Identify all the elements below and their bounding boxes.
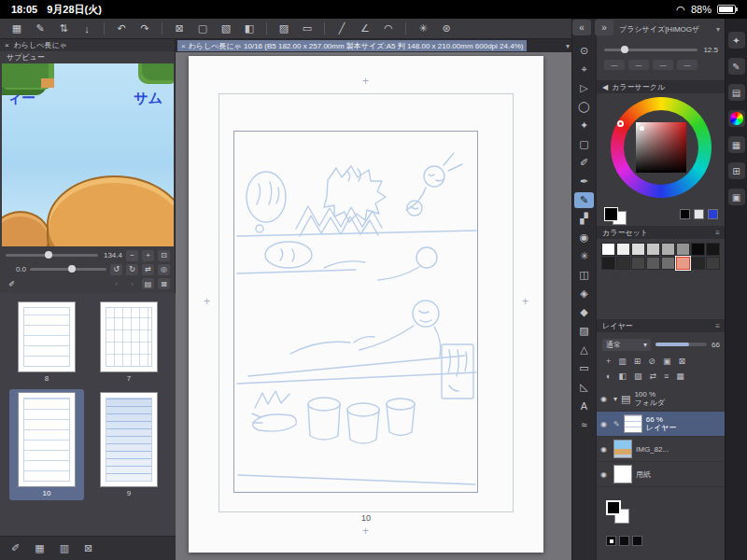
decoration-tool[interactable]: ✳: [574, 248, 594, 264]
brush-size-panel-icon[interactable]: ▤: [728, 84, 745, 101]
color-swatch[interactable]: [616, 243, 630, 256]
new-layer-icon[interactable]: +: [606, 357, 611, 366]
pencil-tool-selected[interactable]: ✎: [574, 192, 594, 208]
remove-image-icon[interactable]: ⊠: [158, 278, 170, 289]
correction-tool[interactable]: ≈: [574, 416, 594, 432]
tab-list-chevron-icon[interactable]: ▾: [566, 42, 570, 50]
main-color-chip[interactable]: [680, 209, 690, 219]
selection-pen-tool[interactable]: ▢: [574, 136, 594, 152]
app-grid-icon[interactable]: ▦: [6, 21, 28, 37]
ruler-icon[interactable]: ╱: [331, 21, 353, 37]
layers-header[interactable]: レイヤー ≡: [597, 319, 726, 332]
expand-folder-icon[interactable]: ▾: [613, 395, 617, 403]
brush-preset[interactable]: —: [653, 60, 673, 70]
wand-tool[interactable]: ✦: [574, 118, 594, 133]
page-item-7[interactable]: 7: [92, 299, 166, 385]
reset-view-icon[interactable]: ◎: [158, 264, 170, 275]
rotate-cw-icon[interactable]: ↻: [126, 264, 138, 275]
figure-tool[interactable]: △: [574, 342, 594, 357]
zoom-in-icon[interactable]: +: [142, 250, 154, 261]
color-swatch[interactable]: [661, 257, 675, 270]
collapse-section-icon[interactable]: ◀: [602, 83, 608, 91]
text-tool[interactable]: A: [574, 398, 594, 413]
open-folder-icon[interactable]: ▤: [142, 278, 154, 289]
gradient-tool[interactable]: ▨: [574, 323, 594, 339]
manga-page[interactable]: + + + +: [189, 56, 543, 553]
fg-bg-color-stack[interactable]: [606, 500, 634, 528]
opacity-slider[interactable]: [655, 343, 707, 346]
close-tab-icon[interactable]: ×: [181, 42, 186, 50]
visibility-eye-icon[interactable]: ◉: [600, 395, 610, 403]
delete-layer-icon[interactable]: ⊠: [678, 357, 685, 366]
layer-panel-icon[interactable]: ▣: [728, 189, 745, 205]
color-swatch[interactable]: [691, 243, 705, 256]
delete-page-icon[interactable]: ⊠: [84, 542, 92, 554]
color-set-menu-icon[interactable]: ≡: [715, 229, 720, 237]
brush-size-slider[interactable]: [604, 49, 698, 51]
flip-horizontal-icon[interactable]: ⇄: [142, 264, 154, 275]
save-icon[interactable]: ↓: [76, 21, 98, 37]
visibility-eye-icon[interactable]: ◉: [600, 420, 610, 428]
fill-icon[interactable]: ◧: [238, 21, 261, 37]
sub-color-chip[interactable]: [694, 209, 704, 219]
frame-tool[interactable]: ▭: [574, 360, 594, 376]
prev-image-icon[interactable]: ‹: [110, 278, 122, 289]
angle-icon[interactable]: ∠: [354, 21, 376, 37]
foreground-color-chip[interactable]: [604, 207, 618, 221]
close-panel-icon[interactable]: ×: [5, 41, 9, 49]
material-panel-icon[interactable]: ⊞: [728, 162, 745, 179]
color-swatch[interactable]: [631, 243, 645, 256]
undo-icon[interactable]: ↶: [110, 21, 133, 37]
color-swatch[interactable]: [691, 257, 705, 270]
transparent-color-chip[interactable]: [708, 209, 718, 219]
edit-page-icon[interactable]: ✐: [11, 542, 20, 554]
page-item-8[interactable]: 8: [9, 299, 84, 385]
curve-icon[interactable]: ◠: [377, 21, 400, 37]
frame-border-icon[interactable]: ▭: [296, 21, 318, 37]
sub-color-toggle[interactable]: [619, 536, 629, 546]
foreground-chip[interactable]: [606, 500, 621, 515]
visibility-eye-icon[interactable]: ◉: [600, 445, 610, 454]
transfer-layer-icon[interactable]: ⊞: [634, 357, 641, 366]
object-tool[interactable]: ▷: [574, 80, 594, 96]
mask-layer-icon[interactable]: ▣: [663, 357, 671, 366]
tone-layer-icon[interactable]: ▧: [634, 371, 642, 381]
zoom-out-icon[interactable]: −: [126, 250, 138, 261]
color-swatch[interactable]: [616, 257, 630, 270]
subview-image[interactable]: ィー サム: [2, 63, 174, 246]
blend-tool[interactable]: ◈: [574, 286, 594, 301]
color-swatch[interactable]: [601, 243, 615, 256]
zoom-tool[interactable]: ⊙: [574, 43, 594, 59]
reorder-layer-icon[interactable]: ⇄: [649, 371, 656, 381]
auto-eyedropper-icon[interactable]: ✐: [6, 278, 18, 289]
blend-below-icon[interactable]: ◐: [606, 371, 611, 381]
layer-row-paper[interactable]: ◉ 用紙: [597, 462, 726, 487]
lasso-tool[interactable]: ◯: [574, 99, 594, 115]
deselect-icon[interactable]: ▧: [215, 21, 237, 37]
fit-view-icon[interactable]: ⊡: [158, 250, 170, 261]
color-swatch[interactable]: [646, 257, 660, 270]
material-icon[interactable]: ✳: [412, 21, 434, 37]
blend-mode-select[interactable]: 通常 ▾: [602, 339, 651, 351]
brush-menu-icon[interactable]: ▾: [716, 25, 720, 34]
redo-icon[interactable]: ↷: [134, 21, 156, 37]
color-swatch-selected[interactable]: [676, 257, 690, 270]
page-item-9[interactable]: 9: [92, 389, 166, 500]
select-area-icon[interactable]: ▢: [191, 21, 214, 37]
color-circle-header[interactable]: ◀ カラーサークル: [597, 80, 726, 93]
layer-row-selected[interactable]: ◉ ✎ 66 % レイヤー: [597, 412, 726, 437]
clear-icon[interactable]: ⊠: [168, 21, 190, 37]
color-swatch[interactable]: [646, 243, 660, 256]
airbrush-tool[interactable]: ◉: [574, 230, 594, 245]
pen-tool[interactable]: ✒: [574, 174, 594, 189]
settings-icon[interactable]: ⊛: [435, 21, 458, 37]
tool-property-icon[interactable]: ✎: [728, 58, 745, 75]
rotate-slider[interactable]: [30, 268, 106, 271]
page-item-10-selected[interactable]: 10: [9, 389, 84, 500]
hue-marker[interactable]: [617, 120, 624, 127]
zoom-slider[interactable]: [6, 254, 98, 257]
new-folder-icon[interactable]: ▥: [618, 357, 627, 366]
transparent-toggle[interactable]: [632, 536, 642, 546]
layer-row-image[interactable]: ◉ IMG_82...: [597, 437, 726, 462]
color-set-header[interactable]: カラーセット ≡: [597, 226, 726, 239]
